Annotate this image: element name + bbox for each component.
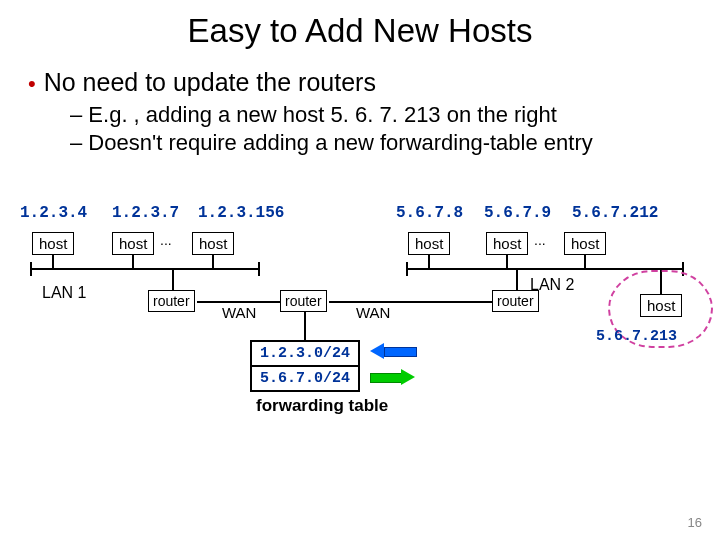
bullet-dot: • — [28, 71, 36, 96]
host-box: host — [564, 232, 606, 255]
new-host-ip: 5.6.7.213 — [596, 328, 677, 345]
bullet-sub-1: – E.g. , adding a new host 5. 6. 7. 213 … — [70, 101, 720, 129]
wan-link — [197, 301, 280, 303]
bullet-sub-1-text: E.g. , adding a new host 5. 6. 7. 213 on… — [88, 102, 556, 127]
router-box: router — [280, 290, 327, 312]
line — [258, 262, 260, 276]
bullet-main-text: No need to update the routers — [44, 68, 376, 96]
ip-lan2-2: 5.6.7.212 — [572, 204, 658, 222]
router-box: router — [148, 290, 195, 312]
wan-label: WAN — [222, 304, 256, 321]
new-host-box: host — [640, 294, 682, 317]
host-box: host — [112, 232, 154, 255]
ip-lan2-0: 5.6.7.8 — [396, 204, 463, 222]
ip-lan2-1: 5.6.7.9 — [484, 204, 551, 222]
line — [132, 254, 134, 268]
table-row: 1.2.3.0/24 — [252, 342, 358, 367]
bullet-sub-2: – Doesn't require adding a new forwardin… — [70, 129, 720, 157]
bullet-main: •No need to update the routers — [28, 68, 720, 97]
line — [584, 254, 586, 268]
line — [304, 311, 306, 341]
bullet-sub-2-text: Doesn't require adding a new forwarding-… — [88, 130, 592, 155]
host-box: host — [32, 232, 74, 255]
arrow-left-icon — [370, 344, 415, 358]
host-box: host — [408, 232, 450, 255]
line — [406, 262, 408, 276]
ip-lan1-0: 1.2.3.4 — [20, 204, 87, 222]
ip-lan1-1: 1.2.3.7 — [112, 204, 179, 222]
lan2-bus — [406, 268, 684, 270]
lan1-label: LAN 1 — [42, 284, 86, 302]
hosts-ellipsis: ... — [160, 232, 172, 248]
line — [30, 262, 32, 276]
host-box: host — [486, 232, 528, 255]
hosts-ellipsis: ... — [534, 232, 546, 248]
router-box: router — [492, 290, 539, 312]
host-box: host — [192, 232, 234, 255]
line — [212, 254, 214, 268]
line — [516, 268, 518, 290]
table-row: 5.6.7.0/24 — [252, 367, 358, 390]
arrow-right-icon — [370, 370, 415, 384]
slide-number: 16 — [688, 515, 702, 530]
forwarding-table-caption: forwarding table — [256, 396, 388, 416]
line — [506, 254, 508, 268]
wan-link — [329, 301, 414, 303]
forwarding-table: 1.2.3.0/24 5.6.7.0/24 — [250, 340, 360, 392]
line — [52, 254, 54, 268]
network-diagram: 1.2.3.4 1.2.3.7 1.2.3.156 host host ... … — [0, 174, 720, 494]
wan-label: WAN — [356, 304, 390, 321]
slide-title: Easy to Add New Hosts — [0, 0, 720, 50]
lan1-bus — [30, 268, 260, 270]
line — [428, 254, 430, 268]
wan-link — [414, 301, 492, 303]
line — [172, 268, 174, 290]
ip-lan1-2: 1.2.3.156 — [198, 204, 284, 222]
